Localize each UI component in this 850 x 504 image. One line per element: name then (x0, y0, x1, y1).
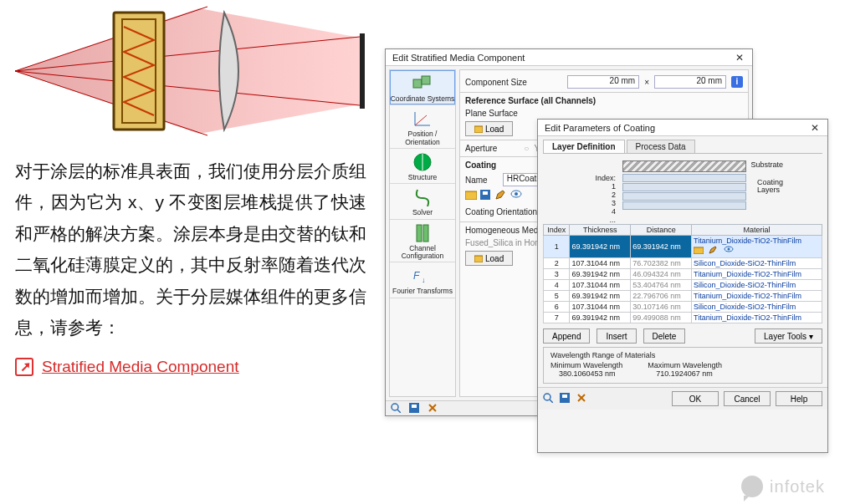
layer-rect[interactable] (622, 192, 746, 201)
tools-icon[interactable] (428, 403, 439, 415)
link-label: Stratified Media Component (42, 358, 239, 376)
sidebar-item-label: Structure (408, 173, 438, 181)
svg-rect-30 (694, 247, 704, 254)
svg-rect-7 (360, 33, 365, 109)
wavelength-range-title: Wavelength Range of Materials (550, 351, 815, 359)
table-row[interactable]: 369.391942 nm46.094324 nmTitanium_Dioxid… (544, 269, 822, 280)
window-title: Edit Stratified Media Component (392, 53, 525, 63)
sidebar-item-position[interactable]: Position / Orientation (390, 105, 455, 149)
svg-point-33 (544, 394, 550, 400)
edit-icon[interactable] (495, 190, 507, 201)
help-button[interactable]: Help (776, 391, 822, 406)
button-label: Load (485, 254, 504, 263)
reference-surface-label: Reference Surface (all Channels) (465, 96, 596, 105)
sidebar-item-channel-config[interactable]: Channel Configuration (390, 220, 455, 263)
svg-text:↓: ↓ (422, 276, 426, 284)
svg-point-24 (515, 192, 518, 196)
col-distance[interactable]: Distance (631, 225, 692, 236)
zoom-icon[interactable] (391, 403, 402, 415)
svg-rect-9 (422, 76, 430, 84)
info-icon[interactable]: i (731, 76, 743, 88)
window-title: Edit Parameters of Coating (545, 123, 655, 133)
svg-rect-22 (483, 191, 488, 195)
append-button[interactable]: Append (543, 328, 590, 344)
svg-rect-15 (417, 225, 422, 242)
disk-icon[interactable] (409, 403, 421, 415)
view-icon[interactable] (724, 246, 734, 256)
svg-point-26 (392, 404, 398, 410)
sidebar-item-fourier[interactable]: F↓ Fourier Transforms (390, 262, 455, 298)
max-wavelength-label: Maximum Wavelength (648, 361, 722, 369)
sidebar-item-label: Position / Orientation (405, 130, 440, 145)
sidebar-item-solver[interactable]: Solver (390, 184, 455, 219)
save-icon[interactable] (480, 190, 492, 201)
svg-marker-0 (15, 8, 360, 134)
component-size-label: Component Size (465, 78, 527, 87)
view-icon[interactable] (510, 190, 522, 201)
index-label: Index: (595, 174, 616, 182)
watermark-text: infotek (770, 477, 825, 496)
min-wavelength-label: Minimum Wavelength (550, 361, 622, 369)
table-row[interactable]: 569.391942 nm22.796706 nmTitanium_Dioxid… (544, 291, 822, 302)
insert-button[interactable]: Insert (597, 328, 636, 344)
sidebar-item-label: Coordinate Systems (391, 94, 455, 103)
sidebar-item-label: Channel Configuration (402, 244, 444, 260)
stratified-media-link[interactable]: Stratified Media Component (15, 358, 366, 376)
svg-rect-16 (423, 225, 428, 242)
edit-coating-parameters-window: Edit Parameters of Coating ✕ Layer Defin… (537, 119, 828, 453)
table-row[interactable]: 169.391942 nm69.391942 nmTitanium_Dioxid… (544, 236, 822, 258)
svg-rect-25 (474, 256, 483, 262)
col-thickness[interactable]: Thickness (570, 225, 631, 236)
svg-line-12 (415, 115, 427, 125)
folder-icon[interactable] (465, 190, 477, 201)
table-row[interactable]: 2107.31044 nm76.702382 nmSilicon_Dioxide… (544, 258, 822, 269)
close-icon[interactable]: ✕ (807, 122, 822, 134)
tools-icon[interactable] (576, 393, 588, 405)
table-row[interactable]: 769.391942 nm99.499088 nmTitanium_Dioxid… (544, 313, 822, 323)
load-button-medium[interactable]: Load (465, 251, 513, 266)
tab-process-data[interactable]: Process Data (627, 140, 695, 153)
component-size-b-input[interactable]: 20 mm (654, 75, 726, 89)
delete-button[interactable]: Delete (643, 328, 686, 344)
layer-rect[interactable] (622, 183, 746, 191)
plane-surface-label: Plane Surface (465, 109, 518, 118)
button-label: Layer Tools (764, 332, 806, 341)
cancel-button[interactable]: Cancel (724, 391, 771, 406)
zoom-icon[interactable] (543, 393, 555, 405)
svg-rect-19 (474, 126, 483, 133)
ok-button[interactable]: OK (672, 391, 719, 406)
max-wavelength-value: 710.1924067 nm (648, 369, 722, 378)
table-row[interactable]: 4107.31044 nm53.404764 nmSilicon_Dioxide… (544, 280, 822, 291)
min-wavelength-value: 380.1060453 nm (550, 369, 622, 378)
svg-rect-29 (412, 405, 417, 408)
titlebar[interactable]: Edit Stratified Media Component ✕ (386, 49, 752, 66)
sidebar-item-coord-systems[interactable]: Coordinate Systems (390, 70, 455, 105)
layer-rect[interactable] (622, 174, 746, 182)
component-size-a-input[interactable]: 20 mm (567, 75, 639, 89)
sidebar-item-label: Fourier Transforms (392, 287, 453, 295)
substrate-label: Substrate (750, 160, 783, 169)
col-material[interactable]: Material (692, 225, 822, 236)
disk-icon[interactable] (560, 393, 571, 405)
paragraph-cn: 对于涂层的标准具表面，我们使用分层介质组件，因为它为 x、y 不变图层堆栈提供了… (15, 155, 366, 343)
svg-rect-8 (413, 79, 422, 88)
svg-line-34 (550, 400, 553, 403)
edit-icon[interactable] (709, 246, 719, 256)
col-index[interactable]: Index (544, 225, 570, 236)
layer-rect[interactable] (622, 201, 746, 210)
tabs: Layer Definition Process Data (543, 140, 822, 154)
table-row[interactable]: 6107.31044 nm30.107146 nmSilicon_Dioxide… (544, 302, 822, 313)
aperture-radio[interactable]: ○ (524, 144, 529, 153)
titlebar[interactable]: Edit Parameters of Coating ✕ (538, 120, 827, 136)
times-symbol: × (644, 78, 649, 87)
sidebar: Coordinate Systems Position / Orientatio… (389, 69, 456, 397)
sidebar-item-structure[interactable]: Structure (390, 149, 455, 184)
load-button-surface[interactable]: Load (465, 121, 513, 136)
folder-icon[interactable] (694, 246, 704, 256)
tab-layer-definition[interactable]: Layer Definition (543, 140, 625, 153)
coating-orientation-label: Coating Orientation (465, 207, 537, 216)
close-icon[interactable]: ✕ (732, 52, 747, 64)
layer-tools-button[interactable]: Layer Tools ▾ (755, 328, 822, 344)
layers-diagram: Index:1 2 3 4 ... Substrate Coating Laye… (582, 160, 783, 219)
wavelength-range-box: Wavelength Range of Materials Minimum Wa… (543, 347, 822, 384)
